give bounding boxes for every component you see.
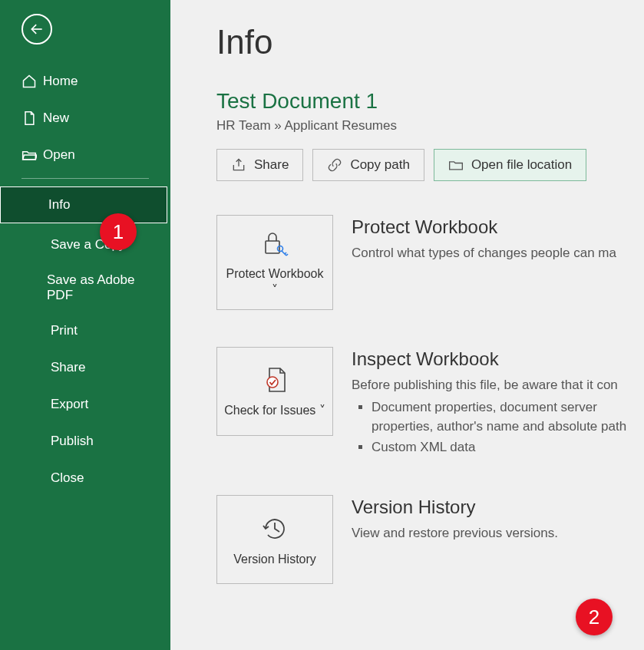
- check-for-issues-button-label: Check for Issues ˅: [224, 403, 325, 419]
- document-title: Test Document 1: [216, 89, 644, 114]
- link-icon: [327, 157, 342, 173]
- sidebar-item-label: Print: [51, 323, 78, 338]
- page-title: Info: [216, 23, 644, 61]
- sidebar-item-label: Publish: [51, 434, 94, 449]
- sidebar-item-print[interactable]: Print: [0, 312, 170, 349]
- sidebar-item-label: Open: [43, 147, 75, 163]
- back-button[interactable]: [21, 14, 52, 45]
- protect-workbook-button[interactable]: Protect Workbook ˅: [216, 215, 333, 310]
- version-history-button[interactable]: Version History: [216, 495, 333, 584]
- version-history-heading: Version History: [352, 497, 644, 518]
- sidebar-item-home[interactable]: Home: [0, 63, 170, 100]
- inspect-workbook-heading: Inspect Workbook: [352, 348, 644, 370]
- copy-path-button[interactable]: Copy path: [312, 149, 424, 181]
- inspect-workbook-section: Check for Issues ˅ Inspect Workbook Befo…: [216, 347, 644, 459]
- version-history-section: Version History Version History View and…: [216, 495, 644, 584]
- history-clock-icon: [259, 512, 291, 546]
- share-button[interactable]: Share: [216, 149, 303, 181]
- sidebar-item-label: New: [43, 111, 69, 126]
- sidebar-item-export[interactable]: Export: [0, 386, 170, 423]
- share-button-label: Share: [254, 157, 289, 173]
- sidebar-item-save-copy[interactable]: Save a Copy: [0, 226, 170, 263]
- inspect-workbook-list: Document properties, document server pro…: [352, 398, 644, 457]
- protect-workbook-heading: Protect Workbook: [352, 216, 644, 238]
- sidebar-item-info[interactable]: Info: [0, 186, 167, 223]
- backstage-sidebar: Home New Open Info: [0, 0, 170, 650]
- protect-workbook-desc: Control what types of changes people can…: [352, 244, 644, 262]
- sidebar-item-label: Home: [43, 74, 78, 89]
- list-item: Custom XML data: [372, 438, 644, 457]
- list-item: Document properties, document server pro…: [372, 398, 644, 436]
- back-arrow-icon: [29, 21, 45, 37]
- svg-point-3: [267, 377, 278, 388]
- lock-key-icon: [259, 226, 291, 260]
- folder-icon: [448, 157, 464, 173]
- protect-workbook-section: Protect Workbook ˅ Protect Workbook Cont…: [216, 215, 644, 310]
- sidebar-divider: [21, 178, 149, 179]
- version-history-button-label: Version History: [233, 552, 316, 568]
- sidebar-item-label: Info: [48, 197, 70, 213]
- info-panel: Info Test Document 1 HR Team » Applicant…: [170, 0, 644, 650]
- info-action-row: Share Copy path Open file location: [216, 149, 644, 181]
- svg-point-2: [278, 246, 283, 252]
- share-icon: [231, 157, 246, 173]
- sidebar-item-new[interactable]: New: [0, 100, 170, 137]
- sidebar-item-label: Close: [51, 470, 84, 486]
- sidebar-item-save-adobe-pdf[interactable]: Save as Adobe PDF: [0, 263, 170, 312]
- check-doc-icon: [259, 363, 291, 397]
- new-doc-icon: [21, 111, 43, 126]
- annotation-callout-2: 2: [576, 599, 613, 635]
- sidebar-item-share[interactable]: Share: [0, 349, 170, 386]
- sidebar-item-label: Save as Adobe PDF: [47, 272, 149, 303]
- open-file-location-button[interactable]: Open file location: [434, 149, 586, 181]
- annotation-callout-1: 1: [100, 213, 137, 250]
- copy-path-button-label: Copy path: [350, 157, 410, 173]
- sidebar-item-label: Export: [51, 397, 88, 412]
- sidebar-item-publish[interactable]: Publish: [0, 423, 170, 460]
- folder-open-icon: [21, 147, 43, 163]
- protect-workbook-button-label: Protect Workbook ˅: [223, 266, 326, 299]
- sidebar-item-open[interactable]: Open: [0, 137, 170, 173]
- inspect-workbook-desc: Before publishing this file, be aware th…: [352, 376, 644, 394]
- open-file-location-label: Open file location: [471, 157, 572, 173]
- sidebar-item-label: Share: [51, 360, 85, 375]
- home-icon: [21, 74, 43, 89]
- breadcrumb: HR Team » Applicant Resumes: [216, 118, 644, 134]
- sidebar-item-close[interactable]: Close: [0, 460, 170, 497]
- check-for-issues-button[interactable]: Check for Issues ˅: [216, 347, 333, 436]
- version-history-desc: View and restore previous versions.: [352, 524, 644, 543]
